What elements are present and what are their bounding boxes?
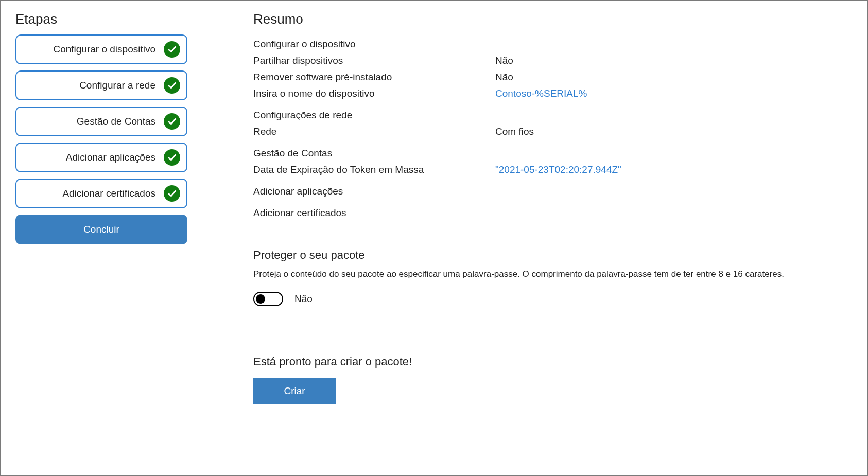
section-accounts: Gestão de Contas <box>253 148 846 159</box>
summary-row: Insira o nome do dispositivo Contoso-%SE… <box>253 88 846 99</box>
protect-toggle-label: Não <box>294 293 313 305</box>
row-label: Insira o nome do dispositivo <box>253 88 495 99</box>
row-value: Com fios <box>495 126 534 137</box>
summary-row: Rede Com fios <box>253 126 846 137</box>
row-label: Rede <box>253 126 495 137</box>
check-icon <box>164 113 180 130</box>
summary-row: Partilhar dispositivos Não <box>253 55 846 66</box>
step-label: Configurar a rede <box>79 80 155 91</box>
check-icon <box>164 41 180 58</box>
step-label: Gestão de Contas <box>77 116 155 127</box>
check-icon <box>164 77 180 94</box>
check-icon <box>164 185 180 202</box>
step-finish[interactable]: Concluir <box>15 215 187 244</box>
step-finish-label: Concluir <box>83 224 119 235</box>
create-button-label: Criar <box>284 385 305 397</box>
steps-title: Etapas <box>15 11 187 27</box>
step-label: Adicionar aplicações <box>66 152 155 163</box>
row-value: Não <box>495 72 513 83</box>
row-value-link: Contoso-%SERIAL% <box>495 88 587 99</box>
summary-row: Remover software pré-instalado Não <box>253 72 846 83</box>
ready-title: Está pronto para criar o pacote! <box>253 355 846 368</box>
row-label: Partilhar dispositivos <box>253 55 495 66</box>
protect-title: Proteger o seu pacote <box>253 249 846 262</box>
summary-row: Data de Expiração do Token em Massa "202… <box>253 164 846 175</box>
section-certs: Adicionar certificados <box>253 207 846 219</box>
step-label: Adicionar certificados <box>62 188 155 199</box>
step-configure-device[interactable]: Configurar o dispositivo <box>15 34 187 64</box>
protect-description: Proteja o conteúdo do seu pacote ao espe… <box>253 269 846 279</box>
check-icon <box>164 149 180 166</box>
summary-title: Resumo <box>253 11 846 27</box>
protect-toggle[interactable] <box>253 292 283 306</box>
step-account-management[interactable]: Gestão de Contas <box>15 107 187 136</box>
section-network: Configurações de rede <box>253 110 846 121</box>
row-value-link: "2021-05-23T02:20:27.944Z" <box>495 164 621 175</box>
create-button[interactable]: Criar <box>253 378 336 404</box>
step-label: Configurar o dispositivo <box>53 44 155 55</box>
step-add-certificates[interactable]: Adicionar certificados <box>15 179 187 208</box>
row-value: Não <box>495 55 513 66</box>
row-label: Remover software pré-instalado <box>253 72 495 83</box>
section-configure-device: Configurar o dispositivo <box>253 39 846 50</box>
toggle-knob <box>256 294 265 304</box>
steps-panel: Etapas Configurar o dispositivo Configur… <box>1 1 202 475</box>
step-configure-network[interactable]: Configurar a rede <box>15 70 187 100</box>
step-add-applications[interactable]: Adicionar aplicações <box>15 143 187 172</box>
section-apps: Adicionar aplicações <box>253 186 846 197</box>
row-label: Data de Expiração do Token em Massa <box>253 164 495 175</box>
protect-toggle-row: Não <box>253 292 846 306</box>
summary-panel: Resumo Configurar o dispositivo Partilha… <box>202 1 867 475</box>
